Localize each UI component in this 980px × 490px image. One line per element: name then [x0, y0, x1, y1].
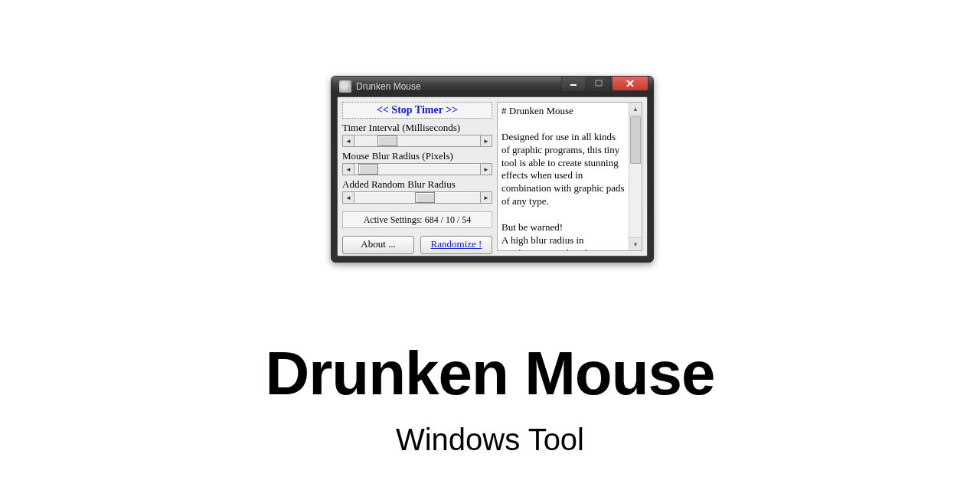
window-controls: [561, 77, 648, 91]
slider-group-0: Timer Interval (Milliseconds) ◄ ►: [342, 122, 492, 147]
slider-mid[interactable]: [354, 164, 480, 175]
mouse-blur-slider[interactable]: ◄ ►: [342, 163, 492, 175]
slider-left-arrow-icon[interactable]: ◄: [343, 164, 354, 175]
page-subhead: Windows Tool: [0, 423, 980, 457]
titlebar[interactable]: Drunken Mouse: [332, 77, 653, 96]
close-button[interactable]: [612, 77, 648, 91]
slider-thumb[interactable]: [358, 164, 378, 175]
slider-thumb[interactable]: [415, 192, 435, 203]
maximize-icon: [595, 80, 603, 87]
about-button[interactable]: About ...: [342, 236, 414, 254]
slider-label: Mouse Blur Radius (Pixels): [342, 150, 492, 162]
minimize-icon: [570, 80, 577, 87]
minimize-button[interactable]: [561, 77, 586, 91]
info-heading: # Drunken Mouse: [501, 105, 573, 116]
info-panel: # Drunken Mouse Designed for use in all …: [497, 102, 642, 251]
slider-left-arrow-icon[interactable]: ◄: [343, 136, 354, 146]
random-blur-slider[interactable]: ◄ ►: [342, 191, 492, 204]
slider-right-arrow-icon[interactable]: ►: [480, 164, 492, 175]
slider-left-arrow-icon[interactable]: ◄: [343, 192, 354, 203]
left-panel: << Stop Timer >> Timer Interval (Millise…: [342, 102, 492, 251]
slider-right-arrow-icon[interactable]: ►: [480, 192, 492, 203]
info-scrollbar[interactable]: ▲ ▼: [629, 103, 642, 250]
info-body: Designed for use in all kinds of graphic…: [501, 131, 625, 250]
slider-right-arrow-icon[interactable]: ►: [480, 136, 492, 146]
stop-timer-button[interactable]: << Stop Timer >>: [342, 102, 492, 119]
active-settings-display: Active Settings: 684 / 10 / 54: [342, 211, 492, 228]
slider-group-2: Added Random Blur Radius ◄ ►: [342, 178, 492, 204]
randomize-button[interactable]: Randomize !: [420, 236, 492, 254]
window-title: Drunken Mouse: [356, 81, 421, 92]
svg-rect-1: [596, 80, 602, 86]
slider-mid[interactable]: [354, 136, 480, 146]
bottom-buttons: About ... Randomize !: [342, 236, 492, 254]
slider-thumb[interactable]: [377, 136, 397, 146]
slider-mid[interactable]: [354, 192, 480, 203]
slider-label: Added Random Blur Radius: [342, 178, 492, 191]
maximize-button[interactable]: [586, 77, 611, 91]
slider-group-1: Mouse Blur Radius (Pixels) ◄ ►: [342, 150, 492, 175]
scroll-down-arrow-icon[interactable]: ▼: [629, 237, 642, 250]
slider-label: Timer Interval (Milliseconds): [342, 122, 492, 134]
window-client: << Stop Timer >> Timer Interval (Millise…: [337, 96, 648, 256]
page-headline: Drunken Mouse: [0, 343, 980, 404]
info-text: # Drunken Mouse Designed for use in all …: [498, 103, 629, 250]
timer-interval-slider[interactable]: ◄ ►: [342, 135, 492, 147]
scroll-up-arrow-icon[interactable]: ▲: [629, 103, 642, 116]
close-icon: [626, 80, 635, 87]
scroll-thumb[interactable]: [630, 116, 641, 164]
app-icon: [339, 80, 351, 93]
svg-rect-0: [570, 84, 577, 86]
app-window: Drunken Mouse << Stop Timer >> Timer Int…: [331, 76, 654, 263]
